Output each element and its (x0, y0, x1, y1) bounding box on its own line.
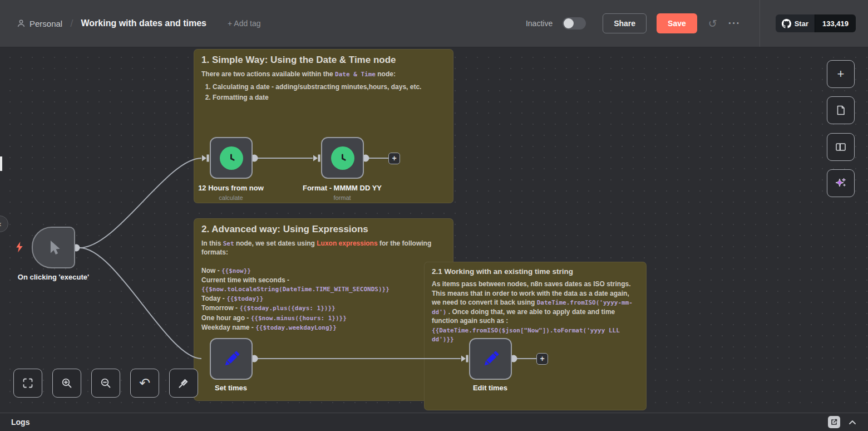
sticky1-intro: There are two actions available within t… (201, 70, 446, 79)
sticky1-title: 1. Simple Way: Using the Date & Time nod… (201, 55, 446, 66)
zoom-out-icon (100, 377, 112, 389)
share-button[interactable]: Share (603, 13, 647, 33)
breadcrumb: Personal / Working with dates and times … (17, 17, 261, 30)
sticky2-intro: In this Set node, we set dates using Lux… (201, 239, 446, 257)
node-subtitle: format (287, 194, 398, 201)
node-label: Edit times (435, 384, 546, 392)
sparkle-icon (834, 177, 847, 190)
luxon-expressions-link[interactable]: Luxon expressions (317, 239, 377, 247)
zoom-out-button[interactable] (91, 369, 120, 398)
split-panel-icon (835, 141, 847, 153)
node-label: On clicking 'execute' (0, 273, 109, 281)
node-format-date[interactable] (321, 137, 364, 179)
sticky21-title: 2.1 Working with an existing time string (432, 267, 639, 276)
open-in-window-icon (830, 418, 838, 426)
person-icon (17, 19, 26, 28)
list-item: Formatting a date (213, 94, 446, 102)
breadcrumb-project[interactable]: Personal (17, 19, 62, 28)
breadcrumb-separator: / (68, 17, 75, 30)
node-label: Format - MMMM DD YY (287, 184, 398, 192)
fit-view-icon (22, 377, 34, 389)
node-label: 12 Hours from now (175, 184, 287, 192)
pencil-icon (220, 348, 243, 370)
sticky1-list: Calculating a date - adding/substracting… (204, 83, 446, 102)
github-star-count: 133,419 (815, 14, 856, 32)
list-item: Calculating a date - adding/substracting… (213, 83, 446, 92)
node-subtitle: calculate (175, 194, 287, 201)
add-node-button[interactable]: + (827, 60, 855, 88)
active-status-label: Inactive (526, 19, 553, 28)
split-panel-button[interactable] (827, 133, 855, 161)
zoom-to-fit-button[interactable] (13, 369, 42, 398)
add-tag-button[interactable]: + Add tag (228, 19, 261, 28)
pencil-icon (480, 348, 502, 370)
add-node-plus-button[interactable]: + (388, 153, 400, 164)
github-star-label: Star (795, 19, 808, 28)
node-set-times[interactable] (210, 338, 253, 380)
undo-button[interactable]: ↶ (130, 369, 159, 398)
history-icon[interactable]: ↺ (707, 17, 718, 30)
node-12-hours-from-now[interactable] (210, 137, 253, 179)
open-logs-window-button[interactable] (828, 416, 840, 428)
save-button[interactable]: Save (657, 13, 697, 33)
add-sticky-note-button[interactable] (827, 96, 855, 124)
collapse-panel-handle[interactable]: ‹ (0, 215, 8, 232)
left-edge-artifact (0, 156, 2, 171)
github-icon (782, 19, 791, 28)
ai-assistant-button[interactable] (827, 169, 855, 197)
sticky2-title: 2. Advanced way: Using Expressions (201, 224, 446, 235)
sticky21-body: As items pass between nodes, n8n saves d… (432, 280, 639, 344)
workflow-canvas[interactable]: 1. Simple Way: Using the Date & Time nod… (0, 47, 868, 413)
lightning-icon (15, 242, 24, 253)
sticky-note-icon (835, 104, 847, 116)
breadcrumb-project-label: Personal (29, 19, 62, 28)
node-edit-times[interactable] (469, 338, 512, 380)
expression-lines: Now - {{$now}} Current time with seconds… (201, 267, 446, 332)
github-star-widget[interactable]: Star 133,419 (776, 14, 856, 32)
toggle-knob (564, 18, 574, 28)
add-node-plus-button[interactable]: + (536, 353, 548, 365)
zoom-in-icon (61, 377, 73, 389)
cursor-icon (45, 239, 62, 257)
broom-icon (177, 377, 190, 389)
top-bar: Personal / Working with dates and times … (0, 0, 868, 47)
clock-icon (220, 146, 243, 170)
sticky-note-simple-way[interactable]: 1. Simple Way: Using the Date & Time nod… (194, 49, 453, 203)
clock-icon (331, 146, 354, 170)
zoom-in-button[interactable] (52, 369, 81, 398)
logs-title: Logs (11, 418, 29, 427)
plus-icon: + (837, 67, 845, 81)
logs-panel-bar[interactable]: Logs (0, 413, 868, 431)
header-divider (760, 0, 760, 47)
undo-icon: ↶ (139, 375, 150, 391)
more-menu-icon[interactable]: ··· (728, 17, 741, 30)
chevron-up-icon[interactable] (848, 419, 857, 425)
chevron-left-icon: ‹ (0, 219, 1, 228)
tidy-up-button[interactable] (169, 369, 198, 398)
workflow-title[interactable]: Working with dates and times (81, 18, 206, 28)
node-manual-trigger[interactable] (32, 227, 75, 268)
active-toggle[interactable] (563, 17, 586, 30)
